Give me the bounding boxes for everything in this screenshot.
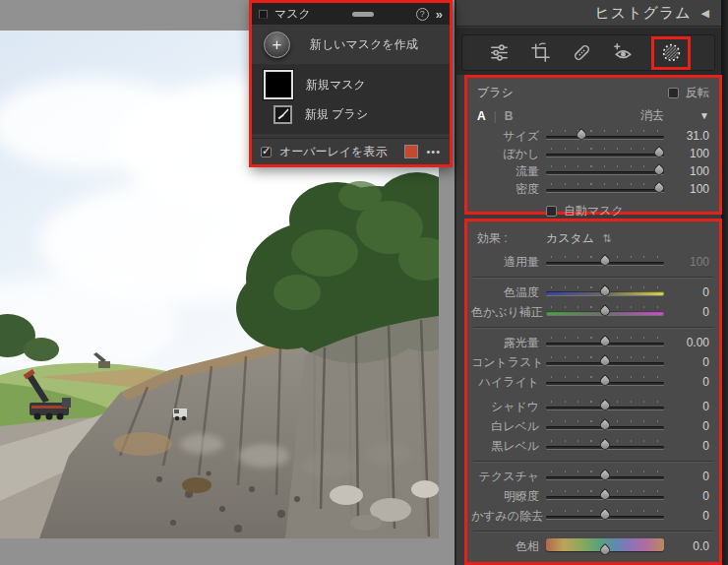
panel-tab-icon: [259, 10, 268, 19]
slider-track[interactable]: [546, 181, 664, 197]
slider-value: 0: [664, 305, 709, 319]
slider-label: ぼかし: [471, 146, 546, 162]
preset-dropdown[interactable]: カスタム: [546, 230, 594, 247]
slider-row: 黒レベル0: [467, 436, 719, 456]
edit-sliders-icon[interactable]: [486, 40, 512, 66]
slider-value: 0: [664, 489, 709, 503]
masking-tool-highlight: [651, 36, 691, 70]
brush-b-button[interactable]: B: [505, 109, 514, 123]
slider-track[interactable]: [546, 488, 664, 504]
slider-label: ハイライト: [471, 374, 546, 391]
slider-row: サイズ31.0: [467, 127, 719, 145]
slider-value: 0: [664, 439, 709, 453]
more-options-icon[interactable]: •••: [426, 146, 441, 157]
effects-label: 効果 :: [477, 230, 546, 247]
mask-popup: マスク ? » + 新しいマスクを作成 新規マスク 新規 ブラシ: [249, 0, 453, 167]
collapse-left-icon[interactable]: ◀: [701, 7, 709, 20]
slider-value: 100: [664, 164, 709, 178]
mask-item-new-mask[interactable]: 新規マスク: [264, 70, 438, 99]
slider-value: 31.0: [664, 129, 709, 143]
slider-value: 100: [664, 255, 709, 269]
red-eye-icon[interactable]: [610, 40, 636, 66]
drag-handle[interactable]: [352, 12, 374, 17]
mask-item-new-brush[interactable]: 新規 ブラシ: [264, 105, 438, 124]
histogram-header[interactable]: ヒストグラム ◀: [456, 0, 721, 27]
slider-track[interactable]: [546, 508, 664, 524]
group-divider: [473, 277, 713, 278]
slider-label: 明瞭度: [471, 488, 546, 505]
slider-track[interactable]: [546, 128, 664, 144]
create-new-mask-label: 新しいマスクを作成: [310, 36, 418, 53]
slider-label: 黒レベル: [471, 438, 546, 455]
panel-edge-strip: [721, 0, 728, 565]
slider-value: 0: [664, 470, 709, 483]
slider-track[interactable]: [546, 254, 664, 270]
slider-track[interactable]: [546, 146, 664, 161]
show-overlay-checkbox[interactable]: [261, 147, 272, 157]
overlay-color-swatch[interactable]: [404, 145, 418, 158]
lightroom-window: ヒストグラム ◀: [0, 0, 728, 565]
collapse-right-icon[interactable]: »: [436, 7, 443, 22]
overlay-row: オーバーレイを表示 •••: [252, 138, 450, 164]
slider-value: 0: [664, 285, 709, 299]
slider-track[interactable]: [546, 438, 664, 454]
flyout-triangle-icon[interactable]: ▼: [699, 110, 709, 121]
show-overlay-label: オーバーレイを表示: [279, 144, 387, 160]
slider-value: 0.00: [664, 336, 709, 349]
mask-thumbnail[interactable]: [264, 70, 293, 99]
histogram-title: ヒストグラム: [594, 4, 691, 23]
invert-label: 反転: [686, 85, 709, 101]
slider-track[interactable]: [546, 354, 664, 370]
slider-row: 明瞭度0: [467, 486, 719, 506]
slider-label: 密度: [471, 181, 546, 198]
slider-value: 0: [664, 400, 709, 413]
slider-value: 0: [664, 375, 709, 389]
brush-a-button[interactable]: A: [477, 109, 486, 123]
develop-right-panel: ヒストグラム ◀: [455, 0, 728, 565]
crop-icon[interactable]: [527, 40, 553, 66]
plus-icon[interactable]: +: [264, 31, 290, 58]
slider-track[interactable]: [546, 304, 664, 320]
slider-track[interactable]: [546, 163, 664, 179]
slider-track[interactable]: [546, 374, 664, 390]
brush-panel-title: ブラシ: [477, 85, 668, 101]
mask-popup-header[interactable]: マスク ? »: [252, 3, 450, 25]
slider-row: テクスチャ0: [467, 467, 719, 486]
slider-row: 流量100: [467, 162, 719, 180]
slider-track[interactable]: [546, 399, 664, 414]
group-divider: [473, 531, 713, 532]
slider-value: 0: [664, 419, 709, 433]
slider-row: 色温度0: [467, 282, 719, 302]
masking-icon[interactable]: [658, 40, 684, 66]
slider-track[interactable]: [546, 469, 664, 484]
erase-button[interactable]: 消去: [640, 107, 664, 124]
slider-label: シャドウ: [471, 399, 546, 415]
help-icon[interactable]: ?: [416, 8, 429, 21]
slider-value: 100: [664, 147, 709, 160]
slider-label: 色かぶり補正: [471, 304, 546, 321]
create-new-mask-button[interactable]: + 新しいマスクを作成: [252, 25, 450, 64]
slider-label: 白レベル: [471, 418, 546, 435]
ab-separator: |: [494, 109, 497, 123]
slider-value: 100: [664, 182, 709, 196]
slider-label: サイズ: [471, 128, 546, 145]
slider-value: 0: [664, 509, 709, 523]
slider-track[interactable]: [546, 418, 664, 434]
brush-thumbnail[interactable]: [273, 105, 292, 124]
effects-panel: 効果 : カスタム ⇅ 適用量100色温度0色かぶり補正0露光量0.00コントラ…: [464, 219, 722, 565]
slider-track[interactable]: [546, 335, 664, 350]
group-divider: [473, 327, 713, 328]
invert-checkbox[interactable]: [668, 88, 679, 98]
mask-list-group: 新規マスク 新規 ブラシ: [252, 64, 450, 134]
mask-item-label: 新規マスク: [306, 77, 366, 94]
mask-popup-title: マスク: [274, 6, 311, 23]
auto-mask-checkbox[interactable]: [546, 206, 557, 217]
slider-label: 露光量: [471, 335, 546, 351]
slider-label: 色相: [471, 538, 546, 555]
slider-track[interactable]: [546, 284, 664, 300]
slider-row: 色相0.0: [467, 536, 719, 556]
slider-track[interactable]: [546, 536, 664, 556]
slider-label: 色温度: [471, 284, 546, 301]
preset-stepper-icon[interactable]: ⇅: [602, 232, 611, 245]
healing-icon[interactable]: [569, 40, 594, 66]
